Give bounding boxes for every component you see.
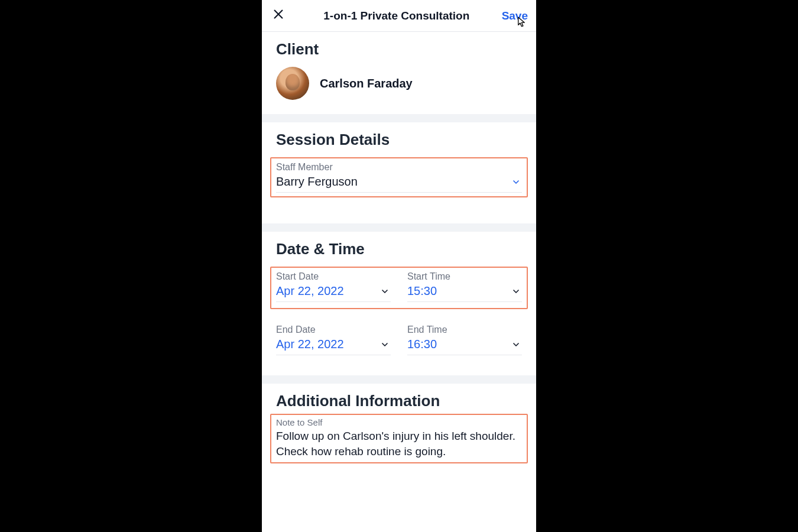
divider [262,223,536,232]
start-time-label: Start Time [407,271,522,282]
start-time-value: 15:30 [407,284,437,298]
datetime-section-title: Date & Time [276,240,522,258]
end-date-field[interactable]: End Date Apr 22, 2022 [276,320,391,358]
client-section: Client Carlson Faraday [262,32,536,114]
top-bar: 1-on-1 Private Consultation Save [262,0,536,32]
divider [262,375,536,384]
note-label: Note to Self [276,417,522,427]
start-time-field[interactable]: Start Time 15:30 [407,271,522,304]
chevron-down-icon [379,339,391,351]
avatar [276,67,309,100]
note-text: Follow up on Carlson's injury in his lef… [276,429,522,459]
start-row-highlight: Start Date Apr 22, 2022 Start Time 15:30 [270,267,528,309]
chevron-down-icon [510,286,522,297]
client-section-title: Client [276,40,522,59]
close-button[interactable] [270,8,287,24]
end-time-field[interactable]: End Time 16:30 [407,320,522,358]
chevron-down-icon [510,176,522,188]
datetime-section: Date & Time Start Date Apr 22, 2022 Star… [262,232,536,375]
start-date-field[interactable]: Start Date Apr 22, 2022 [276,271,391,304]
app-screen: 1-on-1 Private Consultation Save Client … [262,0,536,532]
client-row[interactable]: Carlson Faraday [276,67,522,100]
page-title: 1-on-1 Private Consultation [291,9,502,22]
chevron-down-icon [379,286,391,297]
start-date-value: Apr 22, 2022 [276,284,344,298]
note-to-self-field[interactable]: Note to Self Follow up on Carlson's inju… [270,414,528,463]
end-time-label: End Time [407,325,522,335]
staff-member-field[interactable]: Staff Member Barry Ferguson [270,157,528,197]
start-date-label: Start Date [276,271,391,282]
session-section: Session Details Staff Member Barry Fergu… [262,122,536,223]
additional-section-title: Additional Information [276,392,522,410]
staff-member-value: Barry Ferguson [276,175,358,189]
additional-section: Additional Information Note to Self Foll… [262,384,536,468]
end-date-value: Apr 22, 2022 [276,338,344,351]
end-time-value: 16:30 [407,338,437,351]
staff-member-label: Staff Member [276,162,522,173]
end-date-label: End Date [276,325,391,335]
client-name: Carlson Faraday [320,77,413,90]
session-section-title: Session Details [276,131,522,149]
divider [262,114,536,122]
chevron-down-icon [510,339,522,351]
close-icon [272,7,285,25]
save-button[interactable]: Save [502,9,528,22]
